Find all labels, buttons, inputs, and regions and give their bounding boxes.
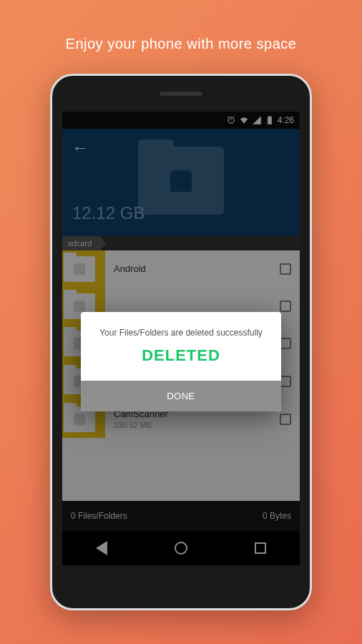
deleted-dialog: Your Files/Folders are deleted successfu… [81,312,281,411]
dialog-message: Your Files/Folders are deleted successfu… [81,312,281,346]
device-screen: 4:26 ← 12.12 GB sdcard Android [62,112,300,565]
done-button[interactable]: DONE [81,381,281,411]
phone-speaker [160,92,202,96]
marketing-headline: Enjoy your phone with more space [0,0,362,74]
dialog-title: DELETED [81,346,281,381]
phone-mockup: 4:26 ← 12.12 GB sdcard Android [50,74,312,610]
